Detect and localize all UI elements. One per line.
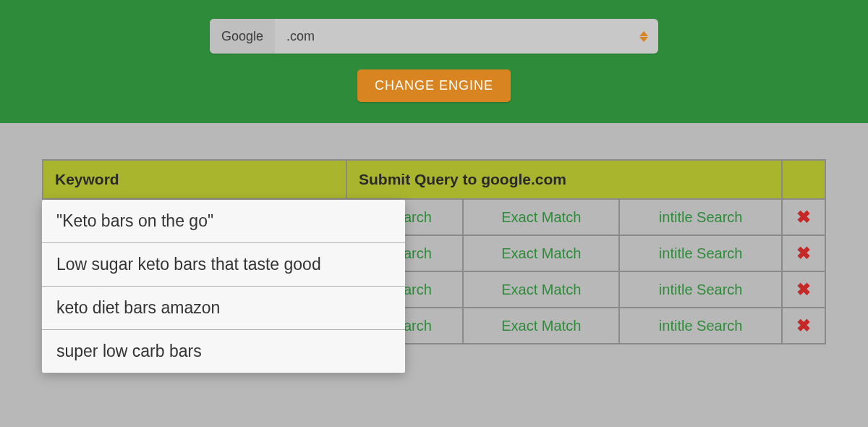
arrow-up-icon [639, 31, 648, 36]
arrow-down-icon [639, 37, 648, 42]
overlay-item[interactable]: Low sugar keto bars that taste good [42, 243, 405, 287]
close-icon: ✖ [796, 316, 811, 335]
delete-button[interactable]: ✖ [782, 308, 825, 344]
column-header-submit: Submit Query to google.com [346, 160, 782, 199]
delete-button[interactable]: ✖ [782, 235, 825, 271]
close-icon: ✖ [796, 243, 811, 263]
intitle-search-link[interactable]: intitle Search [619, 271, 782, 308]
change-engine-button[interactable]: CHANGE ENGINE [357, 69, 511, 102]
engine-domain-value: .com [275, 29, 315, 44]
intitle-search-link[interactable]: intitle Search [619, 308, 782, 344]
keyword-overlay-list: "Keto bars on the go" Low sugar keto bar… [42, 200, 405, 373]
intitle-search-link[interactable]: intitle Search [619, 235, 782, 271]
exact-match-link[interactable]: Exact Match [463, 199, 619, 235]
overlay-item[interactable]: super low carb bars [42, 330, 405, 373]
dropdown-arrows-icon [639, 31, 648, 42]
overlay-item[interactable]: keto diet bars amazon [42, 287, 405, 330]
exact-match-link[interactable]: Exact Match [463, 271, 619, 308]
column-header-delete [782, 160, 825, 199]
close-icon: ✖ [796, 279, 811, 299]
content-area: Keyword Submit Query to google.com "Keto… [0, 123, 868, 344]
column-header-keyword: Keyword [43, 160, 346, 199]
delete-button[interactable]: ✖ [782, 271, 825, 308]
close-icon: ✖ [796, 207, 811, 227]
exact-match-link[interactable]: Exact Match [463, 308, 619, 344]
delete-button[interactable]: ✖ [782, 199, 825, 235]
overlay-item[interactable]: "Keto bars on the go" [42, 200, 405, 243]
header-panel: Google .com CHANGE ENGINE [0, 0, 868, 123]
engine-prefix-label: Google [210, 19, 275, 54]
engine-dropdown[interactable]: Google .com [210, 19, 658, 54]
exact-match-link[interactable]: Exact Match [463, 235, 619, 271]
intitle-search-link[interactable]: intitle Search [619, 199, 782, 235]
